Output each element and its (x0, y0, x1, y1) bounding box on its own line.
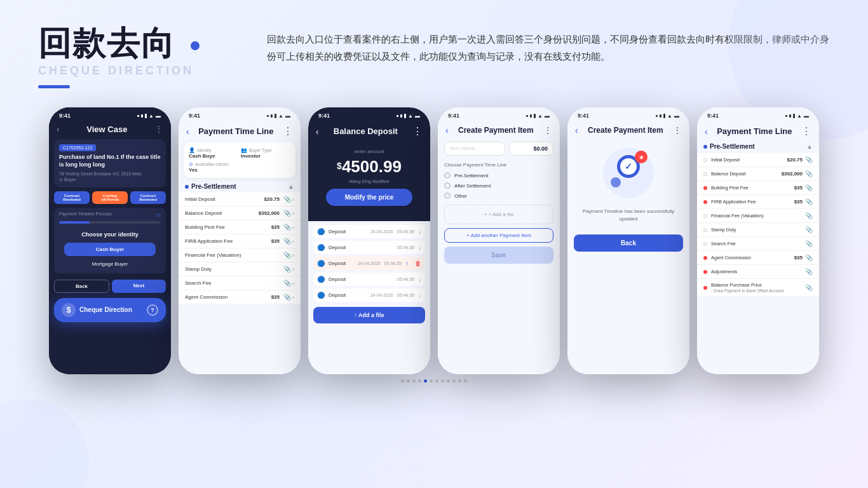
phone-4-amount-input[interactable]: $0.00 (509, 142, 553, 156)
dot-10[interactable] (452, 379, 456, 383)
phone-3-back-btn[interactable]: ‹ (316, 126, 319, 137)
p2-item-agent-commission[interactable]: Agent Commission $35 📎 › (179, 290, 301, 304)
cheque-question-btn[interactable]: ? (147, 304, 158, 316)
svg-text:★: ★ (639, 154, 644, 161)
p3-trash-icon-3[interactable]: 🗑 (415, 260, 421, 267)
phone-4-more-btn[interactable]: ⋮ (543, 125, 552, 135)
bg-decoration-bottom (0, 399, 89, 488)
phone-4-save-btn[interactable]: Save (444, 247, 553, 264)
p3-file-name-5: Deposit (329, 292, 367, 298)
phone-3-mockup: 9:41 ▲ ▬ ‹ Balance Deposit ⋮ e (308, 107, 430, 374)
p3-download-icon-1[interactable]: ↓ (418, 228, 421, 235)
buyer-label: ⊙ (59, 177, 64, 182)
p3-file-2[interactable]: 🔵 Deposit 05:44:39 ↓ (313, 241, 425, 254)
dot-8[interactable] (441, 379, 444, 383)
phone-1-back-btn[interactable]: Back (54, 280, 109, 293)
p5-signal-3 (663, 114, 665, 118)
p4-radio-3[interactable] (444, 193, 451, 199)
phone-5-back-btn[interactable]: Back (574, 234, 683, 252)
dot-2[interactable] (407, 379, 410, 383)
phone-4-back-btn[interactable]: ‹ (445, 125, 449, 135)
p2-signal-3 (275, 114, 276, 118)
phone-5-title: Create Payment Item (588, 126, 663, 135)
phone-5-back-arrow[interactable]: ‹ (575, 125, 578, 135)
p2-attach-icon-2: 📎 (283, 210, 291, 217)
p3-add-file-btn[interactable]: ↑ Add a file (313, 307, 425, 323)
phone-4-item-name-input[interactable]: Item Name... (444, 142, 505, 156)
p3-file-5[interactable]: 🔵 Deposit 24-04-2020 05:44:39 ↓ (313, 288, 425, 302)
p6-item-5[interactable]: Financial Fee (Valuation) 📎 (697, 209, 819, 223)
p6-dot-10 (703, 286, 707, 290)
p6-item-4[interactable]: FIRB Application Fee $35 📎 (697, 195, 819, 209)
p2-attach-icon-8: 📎 (283, 294, 291, 301)
phone-2-more-btn[interactable]: ⋮ (283, 125, 293, 137)
p3-modify-price-btn[interactable]: Modify the price (326, 189, 413, 206)
svg-point-6 (611, 177, 621, 187)
phone-6-back-btn[interactable]: ‹ (705, 126, 708, 137)
dot-6[interactable] (430, 379, 433, 383)
p6-item-8[interactable]: Agent Commission $35 📎 (697, 251, 819, 265)
p3-file-3[interactable]: 🔵 Deposit 24-04-2020 05:44:39 ↑ 🗑 (313, 257, 425, 270)
dot-11[interactable] (458, 379, 461, 383)
p4-radio-1[interactable] (444, 172, 451, 179)
p2-item-balance-deposit[interactable]: Balance Deposit $392,000 📎 › (179, 207, 301, 220)
dot-7[interactable] (435, 379, 438, 383)
description-text: 回款去向入口位于查看案件的右上侧，用户第一次进入需回答三个身份识别问题，不同身份… (267, 30, 830, 65)
p6-item-7[interactable]: Search Fee 📎 (697, 237, 819, 251)
phone-1-more-icon[interactable]: ⋮ (154, 124, 163, 134)
p4-radio-2[interactable] (444, 182, 451, 189)
p2-item-building-pest[interactable]: Building Pest Fee $35 📎 › (179, 220, 301, 234)
p3-file-time-5: 05:44:39 (397, 293, 414, 297)
phone-1-progress-fill (59, 221, 90, 224)
p2-item-initial-deposit[interactable]: Initial Deposit $20.75 📎 › (179, 193, 301, 207)
p6-attach-6: 📎 (805, 226, 813, 233)
p2-identity-icon: 👤 (189, 147, 195, 153)
p3-file-4[interactable]: 🔵 Deposit 05:44:39 ↓ (313, 273, 425, 286)
phone-4-add-file-area[interactable]: + + Add a file (444, 205, 553, 224)
p6-item-1[interactable]: Initial Deposit $20.75 📎 (697, 153, 819, 167)
dot-3[interactable] (412, 379, 416, 383)
phone-1-next-btn[interactable]: Next (112, 280, 166, 293)
phone-1-mortgage-btn[interactable]: Mortgage Buyer (64, 259, 156, 269)
phone-1-status-row: ContractReviewed Coolingoff Period Contr… (49, 191, 171, 208)
p6-item-10[interactable]: Balance Purchase Price - Draw Payment to… (697, 279, 819, 297)
title-dot (191, 41, 200, 50)
dot-5-active[interactable] (424, 379, 427, 383)
p6-item-2[interactable]: Balance Deposit $392,000 📎 (697, 167, 819, 181)
phone-3-more-btn[interactable]: ⋮ (412, 125, 423, 137)
p3-download-icon-4[interactable]: ↓ (418, 276, 421, 283)
phone-4-radio-aftersettlement[interactable]: After Settlement (438, 180, 560, 191)
phone-4-add-payment-btn[interactable]: + Add another Payment Item (444, 228, 553, 243)
phone-5-status-icons: ▲ ▬ (656, 113, 679, 119)
title-block: 回款去向 CHEQUE DIRECTION (38, 25, 229, 88)
p3-upload-icon-3[interactable]: ↑ (405, 260, 409, 267)
phone-5-more-btn[interactable]: ⋮ (673, 125, 682, 135)
p6-item-9[interactable]: Adjustments 📎 (697, 265, 819, 279)
phone-1-cash-buyer-btn[interactable]: Cash Buyer (64, 243, 156, 256)
dot-4[interactable] (418, 379, 421, 383)
p3-file-date-5: 24-04-2020 (370, 293, 393, 297)
phone-4-title: Create Payment Item (458, 126, 534, 135)
dot-9[interactable] (447, 379, 450, 383)
p6-item-6[interactable]: Stamp Duty 📎 (697, 223, 819, 237)
p3-download-icon-2[interactable]: ↓ (418, 244, 421, 251)
p3-file-1[interactable]: 🔵 Deposit 24-04-2020 05:44:39 ↓ (313, 225, 425, 238)
phone-2-back-btn[interactable]: ‹ (186, 126, 189, 137)
p2-item-stamp-duty[interactable]: Stamp Duty 📎 › (179, 262, 301, 276)
p6-attach-9: 📎 (805, 268, 813, 275)
p2-battery-icon: ▬ (285, 113, 290, 119)
p6-section-arrow[interactable]: ▲ (806, 143, 813, 150)
p6-item-3[interactable]: Building Pest Fee $35 📎 (697, 181, 819, 195)
p3-download-icon-5[interactable]: ↓ (418, 292, 421, 299)
phone-6-more-btn[interactable]: ⋮ (801, 125, 811, 137)
cheque-direction-badge[interactable]: $ Cheque Direction ? (54, 298, 166, 322)
p2-item-financial-fee[interactable]: Financial Fee (Valuation) 📎 › (179, 248, 301, 262)
dot-1[interactable] (401, 379, 404, 383)
phone-4-radio-other[interactable]: Other (438, 191, 560, 201)
phone-4-radio-presettlement[interactable]: Pre-Settlement (438, 170, 560, 180)
p2-section-arrow[interactable]: ▲ (288, 183, 294, 190)
p2-item-firb[interactable]: FIRB Application Fee $35 📎 › (179, 234, 301, 248)
p3-battery-icon: ▬ (415, 113, 420, 119)
dot-12[interactable] (464, 379, 467, 383)
p2-item-search-fee[interactable]: Search Fee 📎 › (179, 276, 301, 290)
